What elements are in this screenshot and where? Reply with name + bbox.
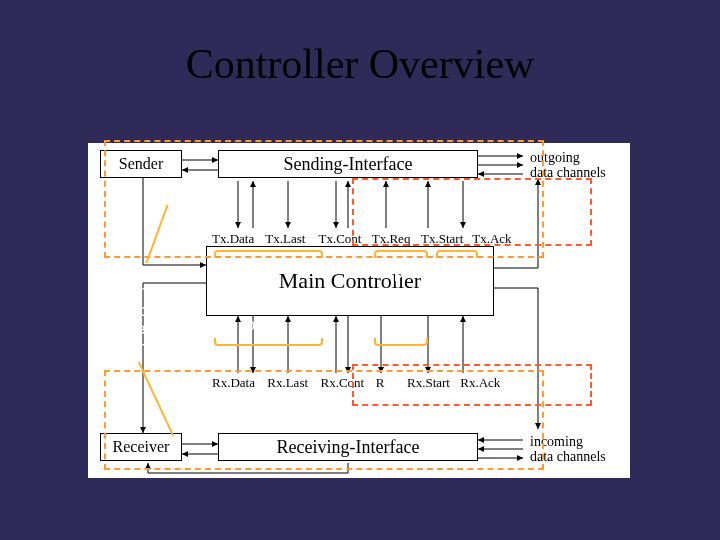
anno-right-high: High <box>567 265 600 283</box>
bracket-pull-1 <box>214 338 323 346</box>
dashed-inner-bottom <box>352 364 592 406</box>
anno-right-level: Level <box>567 293 605 311</box>
slide-title: Controller Overview <box>0 40 720 88</box>
label-push-3: push <box>440 264 475 282</box>
dashed-inner-top <box>352 178 592 246</box>
label-push-2: push <box>394 264 429 282</box>
bracket-pull-2 <box>374 338 428 346</box>
anno-left: Data path and low level control <box>105 265 160 357</box>
label-pull-2: pull <box>395 316 420 334</box>
bracket-push-3 <box>436 250 478 258</box>
label-pull-1: pull <box>246 316 271 334</box>
bracket-push-2 <box>374 250 428 258</box>
slide: Controller Overview <box>0 0 720 540</box>
anno-right-control: control <box>567 321 615 339</box>
bracket-push-1 <box>214 250 323 258</box>
label-push-1: push <box>243 264 278 282</box>
